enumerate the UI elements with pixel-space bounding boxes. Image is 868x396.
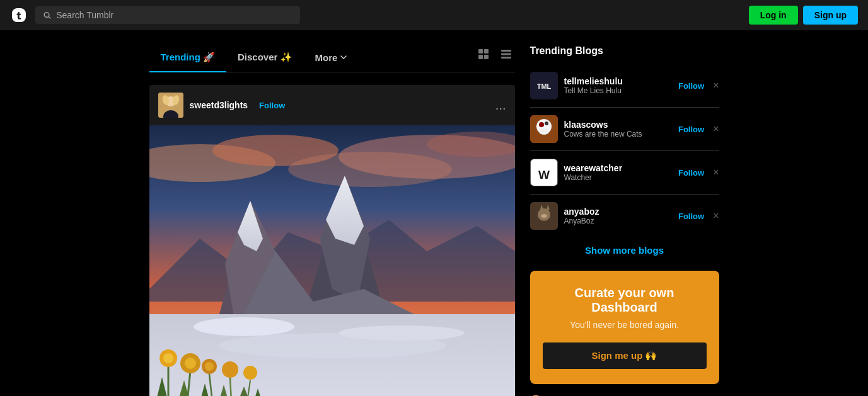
dismiss-button-wearewatcher[interactable]: × (713, 167, 719, 178)
nav-tabs: Trending 🚀 Discover ✨ More (149, 45, 515, 72)
svg-point-43 (222, 361, 238, 378)
blog-subtitle: AnyaBoz (564, 217, 672, 225)
blog-subtitle: Tell Me Lies Hulu (564, 86, 672, 95)
avatar-image (158, 93, 183, 118)
blog-name: klaascows (564, 120, 672, 130)
blog-info-klaascows: klaascows Cows are the new Cats (564, 120, 672, 139)
search-icon (43, 11, 51, 20)
top-navigation: Log in Sign up (0, 0, 868, 30)
grid-view-button[interactable] (475, 45, 492, 65)
blog-name: tellmelieshulu (564, 76, 672, 86)
blog-info-anyaboz: anyaboz AnyaBoz (564, 206, 672, 225)
post-follow-button[interactable]: Follow (259, 101, 285, 110)
blog-avatar-image: W (531, 159, 557, 186)
blog-avatar-image (530, 202, 558, 230)
blog-info-tellmelieshulu: tellmelieshulu Tell Me Lies Hulu (564, 76, 672, 95)
blog-subtitle: Watcher (564, 173, 672, 182)
blog-avatar-tellmelieshulu[interactable]: TML (530, 72, 558, 99)
svg-rect-3 (484, 49, 489, 54)
signup-button[interactable]: Sign up (803, 6, 858, 25)
svg-rect-5 (484, 55, 489, 59)
post-image (149, 125, 515, 396)
svg-rect-4 (478, 55, 483, 59)
blog-avatar-image: TML (530, 72, 558, 99)
search-input[interactable] (56, 10, 292, 20)
cta-signup-button[interactable]: Sign me up 🙌 (543, 342, 707, 369)
blog-name: anyaboz (564, 206, 672, 217)
tab-discover[interactable]: Discover ✨ (226, 45, 304, 72)
blog-avatar-image (530, 115, 558, 143)
blog-item: W wearewatcher Watcher Follow × (530, 154, 719, 191)
blog-subtitle: Cows are the new Cats (564, 130, 672, 139)
dismiss-button-tellmelieshulu[interactable]: × (713, 80, 719, 91)
blog-name: wearewatcher (564, 163, 672, 173)
svg-text:W: W (538, 168, 549, 181)
post-username: sweetd3lights (190, 100, 248, 110)
blog-avatar-klaascows[interactable] (530, 115, 558, 143)
svg-point-58 (539, 128, 549, 135)
follow-button-klaascows[interactable]: Follow (678, 125, 704, 134)
blog-item: klaascows Cows are the new Cats Follow × (530, 110, 719, 148)
change-palette-button[interactable]: 🎨 Change Palette (530, 384, 610, 396)
blog-item: TML tellmelieshulu Tell Me Lies Hulu Fol… (530, 67, 719, 105)
dismiss-button-anyaboz[interactable]: × (713, 210, 719, 222)
login-button[interactable]: Log in (749, 6, 798, 25)
chevron-down-icon (340, 54, 347, 61)
post-card: sweetd3lights Follow ... (149, 85, 515, 396)
svg-point-41 (205, 362, 214, 371)
svg-point-0 (44, 13, 49, 18)
svg-point-65 (541, 214, 547, 218)
post-header: sweetd3lights Follow ... (149, 85, 515, 125)
list-view-button[interactable] (497, 45, 515, 65)
svg-point-19 (288, 152, 452, 187)
view-toggle (475, 45, 515, 72)
post-avatar[interactable] (158, 93, 183, 118)
right-sidebar: Trending Blogs TML tellmelieshulu Tell M… (530, 45, 719, 396)
svg-point-32 (219, 333, 446, 358)
blog-avatar-wearewatcher[interactable]: W (530, 159, 558, 186)
svg-point-38 (185, 358, 196, 369)
blog-avatar-anyaboz[interactable] (530, 202, 558, 230)
svg-point-57 (545, 122, 548, 125)
blog-item: anyaboz AnyaBoz Follow × (530, 197, 719, 235)
post-menu-button[interactable]: ... (495, 98, 506, 113)
main-layout: Trending 🚀 Discover ✨ More (0, 30, 868, 396)
svg-rect-8 (501, 57, 511, 59)
svg-line-1 (49, 16, 50, 18)
dismiss-button-klaascows[interactable]: × (713, 123, 719, 135)
show-more-blogs-button[interactable]: Show more blogs (530, 235, 719, 266)
mountain-image (149, 125, 515, 396)
svg-point-45 (243, 366, 257, 380)
logo[interactable] (10, 6, 28, 24)
svg-point-30 (194, 317, 294, 336)
svg-rect-6 (501, 50, 511, 52)
svg-point-35 (163, 353, 173, 363)
center-column: Trending 🚀 Discover ✨ More (149, 45, 515, 396)
cta-title: Curate your own Dashboard (543, 286, 707, 315)
svg-text:TML: TML (536, 82, 551, 90)
follow-button-tellmelieshulu[interactable]: Follow (678, 81, 704, 91)
cta-card: Curate your own Dashboard You'll never b… (530, 271, 719, 384)
cta-subtitle: You'll never be bored again. (543, 320, 707, 330)
follow-button-wearewatcher[interactable]: Follow (678, 168, 704, 178)
trending-blogs-title: Trending Blogs (530, 45, 719, 57)
tab-more[interactable]: More (304, 46, 359, 72)
svg-point-56 (539, 122, 544, 127)
svg-rect-7 (501, 54, 511, 55)
tab-trending[interactable]: Trending 🚀 (149, 45, 227, 72)
search-bar[interactable] (35, 6, 300, 24)
svg-rect-2 (478, 49, 483, 54)
blog-info-wearewatcher: wearewatcher Watcher (564, 163, 672, 182)
follow-button-anyaboz[interactable]: Follow (678, 212, 704, 221)
